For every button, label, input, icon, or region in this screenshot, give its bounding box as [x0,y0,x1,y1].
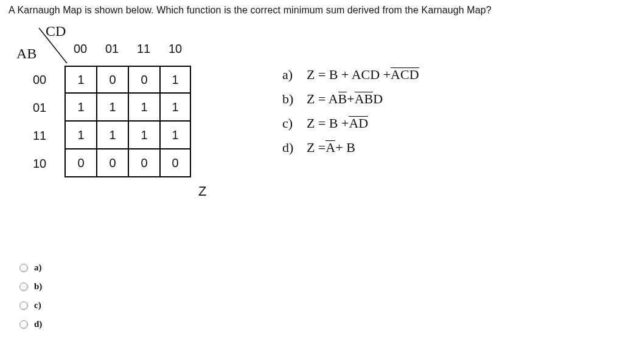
kmap-output-label: Z [198,184,206,199]
answer-label: b) [34,281,42,292]
kmap-cell: 0 [96,149,128,177]
overline: AD [349,115,368,131]
kmap-cell: 1 [128,122,159,149]
kmap-cell: 1 [96,94,128,122]
answer-choice-b[interactable]: b) [19,281,614,292]
option-text: + [347,91,354,107]
option-text: Z = A [307,91,338,107]
option-text: + B [335,140,355,156]
kmap-col-var: CD [46,23,66,39]
answer-choice-d[interactable]: d) [19,319,614,329]
option-label: c) [282,115,307,131]
answer-label: a) [34,263,42,273]
option-text: Z = B + ACD + [307,67,391,83]
kmap-cell: 0 [128,66,159,94]
kmap-cell: 1 [159,66,191,94]
kmap-cell: 0 [96,66,128,94]
option-label: d) [282,140,307,156]
kmap-row-var: AB [16,46,37,62]
radio-icon[interactable] [19,264,28,272]
option-c: c) Z = B + AD [282,115,419,131]
kmap-cell: 1 [64,94,96,122]
kmap-row-header: 11 [15,122,64,149]
answer-choice-c[interactable]: c) [19,300,614,311]
kmap-col-header: 01 [96,32,128,66]
kmap-cell: 1 [159,122,191,149]
kmap-col-header: 00 [64,32,96,66]
option-text: Z = [307,140,325,156]
overline: A [325,140,335,156]
answer-list: a) b) c) d) [19,263,614,329]
kmap-cell: 0 [159,149,191,177]
kmap-cell: 0 [128,149,159,177]
answer-choice-a[interactable]: a) [19,263,614,273]
overline: AB [355,91,374,107]
kmap-col-header: 10 [159,32,191,66]
kmap-cell: 1 [159,94,191,122]
kmap-cell: 1 [96,122,128,149]
option-d: d) Z = A + B [282,140,419,156]
kmap-col-header: 11 [128,32,159,66]
kmap-cell: 1 [64,122,96,149]
answer-label: d) [34,319,42,329]
overline: B [338,91,347,107]
answer-label: c) [34,300,41,311]
option-text: Z = B + [307,115,349,131]
kmap-corner: CD AB [15,32,64,66]
kmap-cell: 0 [64,149,96,177]
kmap-cell: 1 [64,66,96,94]
kmap-row-header: 01 [15,94,64,122]
option-text: D [373,91,383,107]
option-label: a) [282,67,307,83]
radio-icon[interactable] [19,301,28,310]
option-label: b) [282,91,307,107]
kmap-cell: 1 [128,94,159,122]
option-equations: a) Z = B + ACD + ACD b) Z = A B + AB D [282,67,419,164]
question-prompt: A Karnaugh Map is shown below. Which fun… [9,5,614,16]
option-b: b) Z = A B + AB D [282,91,419,107]
kmap-row-header: 00 [15,66,64,94]
kmap: CD AB 00 01 11 10 00 1 0 0 1 01 [15,32,264,232]
kmap-row-header: 10 [15,149,64,177]
radio-icon[interactable] [19,320,28,329]
option-a: a) Z = B + ACD + ACD [282,67,419,83]
radio-icon[interactable] [19,283,28,291]
overline: ACD [391,67,419,83]
